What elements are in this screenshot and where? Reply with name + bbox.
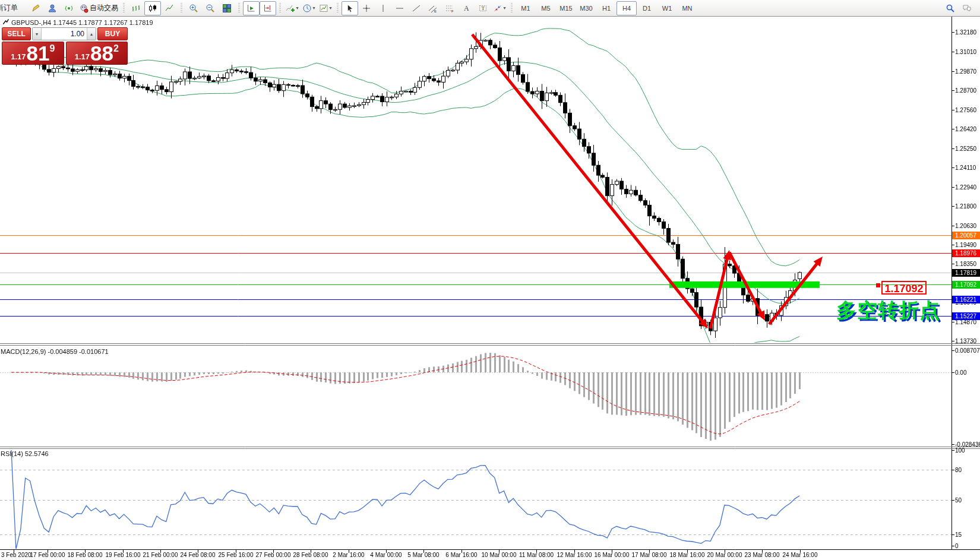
timeframe-mn-button[interactable]: MN [677, 1, 697, 15]
sell-button[interactable]: SELL [2, 27, 31, 40]
person-icon [48, 4, 57, 13]
autotrading-button[interactable]: 自动交易 [77, 1, 120, 15]
price-tick-label: 1.19490 [955, 242, 976, 248]
time-tick-label: 21 Feb 00:00 [143, 552, 178, 558]
text-button[interactable]: A [458, 1, 475, 15]
symbol-header: GBPUSD-,H4 1.17445 1.17877 1.17267 1.178… [2, 18, 153, 26]
rsi-axis-label: 100 [955, 447, 965, 454]
chinese-annotation-text[interactable]: 多空转折点 [836, 297, 940, 324]
sell-price-big: 81 [26, 42, 49, 64]
timeframe-m1-button[interactable]: M1 [516, 1, 536, 15]
periods-button-dropdown-arrow[interactable]: ▾ [312, 5, 315, 11]
chat-icon [962, 4, 972, 13]
timeframe-m30-button[interactable]: M30 [576, 1, 596, 15]
templates-button-dropdown-arrow[interactable]: ▾ [329, 5, 331, 11]
timeframe-m15-button[interactable]: M15 [556, 1, 576, 15]
time-tick-label: 24 Mar 16:00 [783, 552, 818, 558]
time-tick-label: 27 Feb 00:00 [256, 552, 291, 558]
toolbar-separator [337, 3, 339, 14]
time-tick-label: 4 Mar 00:00 [370, 552, 402, 558]
time-tick-label: 3 Feb 2020 [1, 552, 31, 558]
chart-shift-button[interactable] [260, 1, 276, 15]
new-order-button[interactable]: 新订单 [0, 1, 27, 15]
clock-icon [302, 4, 312, 13]
text-label-button[interactable]: T [475, 1, 491, 15]
volume-decrease-button[interactable]: ▼ [33, 28, 42, 40]
toolbar-separator [123, 3, 125, 14]
price-annotation-anchor [876, 283, 880, 287]
candlestick-button[interactable] [144, 1, 161, 15]
auto-scroll-button[interactable] [243, 1, 260, 15]
buy-price-big: 88 [90, 42, 113, 64]
tile-windows-button[interactable] [219, 1, 235, 15]
zoom-in-button[interactable] [185, 1, 202, 15]
indicator-plus-icon [286, 4, 295, 13]
periods-button[interactable]: ▾ [301, 1, 317, 15]
symbol-ohlc-text: GBPUSD-,H4 1.17445 1.17877 1.17267 1.178… [11, 19, 153, 26]
time-tick-label: 18 Feb 08:00 [68, 552, 103, 558]
price-annotation-box[interactable]: 1.17092 [881, 281, 927, 295]
fibo-icon: F [445, 4, 454, 13]
price-tick-label: 1.20630 [955, 223, 976, 229]
macd-axis-label: 0.00 [955, 369, 966, 376]
auto-scroll-icon [246, 4, 256, 13]
timeframe-d1-button[interactable]: D1 [637, 1, 657, 15]
macd-label: MACD(12,26,9) -0.004859 -0.010671 [1, 348, 109, 355]
sell-price-sup: 9 [49, 43, 55, 64]
time-tick-label: 28 Feb 08:00 [293, 552, 328, 558]
bar-chart-button[interactable] [128, 1, 144, 15]
candles-icon [148, 4, 157, 13]
macd-axis-label: 0.008707 [955, 347, 980, 354]
timeframe-h4-button[interactable]: H4 [617, 1, 637, 15]
signals-button[interactable] [61, 1, 77, 15]
timeframe-m5-button[interactable]: M5 [536, 1, 556, 15]
time-tick-label: 6 Mar 16:00 [445, 552, 477, 558]
sell-price-tile[interactable]: 1.17 81 9 [2, 42, 64, 65]
svg-text:F: F [451, 10, 454, 13]
vertical-line-button[interactable] [375, 1, 391, 15]
time-tick-label: 20 Mar 00:00 [707, 552, 742, 558]
sell-price-small: 1.17 [11, 52, 26, 61]
chart-shift-icon [263, 4, 273, 13]
volume-increase-button[interactable]: ▲ [87, 28, 96, 40]
toolbar-separator [238, 3, 240, 14]
chat-button[interactable] [959, 1, 975, 15]
timeframe-w1-button[interactable]: W1 [657, 1, 677, 15]
search-icon [946, 4, 955, 13]
community-button[interactable] [44, 1, 61, 15]
rsi-axis-label: 15 [955, 531, 962, 538]
zoom-out-icon [206, 4, 215, 13]
rsi-label: RSI(14) 52.5746 [1, 450, 49, 457]
hline-icon [395, 4, 404, 13]
buy-price-sup: 2 [113, 43, 119, 64]
price-tick-label: 1.22940 [955, 184, 976, 191]
arrows-button[interactable]: ▾ [491, 1, 508, 15]
search-button[interactable] [942, 1, 959, 15]
toolbar: 新订单自动交易▾▾▾EFAT▾M1M5M15M30H1H4D1W1MN [0, 0, 980, 17]
timeframe-h1-button[interactable]: H1 [596, 1, 617, 15]
time-tick-label: 10 Mar 00:00 [482, 552, 517, 558]
cursor-button[interactable] [342, 1, 358, 15]
arrows-button-dropdown-arrow[interactable]: ▾ [503, 5, 505, 11]
fibonacci-button[interactable]: F [441, 1, 458, 15]
crosshair-button[interactable] [358, 1, 375, 15]
buy-button[interactable]: BUY [97, 27, 128, 40]
buy-price-small: 1.17 [75, 52, 90, 61]
trendline-button[interactable] [408, 1, 425, 15]
templates-button[interactable]: ▾ [317, 1, 334, 15]
toolbar-right-group [942, 1, 975, 15]
rsi-axis-label: 50 [955, 497, 962, 504]
line-chart-button[interactable] [161, 1, 178, 15]
chart-canvas[interactable] [0, 0, 980, 560]
buy-price-tile[interactable]: 1.17 88 2 [66, 42, 128, 65]
cursor-icon [345, 4, 355, 13]
metaeditor-button[interactable] [27, 1, 44, 15]
time-tick-label: 17 Feb 00:00 [30, 552, 65, 558]
channel-button[interactable]: E [425, 1, 441, 15]
horizontal-line-button[interactable] [391, 1, 408, 15]
text-a-icon: A [461, 4, 471, 13]
volume-input[interactable] [42, 28, 87, 40]
indicators-button[interactable]: ▾ [284, 1, 301, 15]
zoom-out-button[interactable] [202, 1, 219, 15]
indicators-button-dropdown-arrow[interactable]: ▾ [296, 5, 298, 11]
